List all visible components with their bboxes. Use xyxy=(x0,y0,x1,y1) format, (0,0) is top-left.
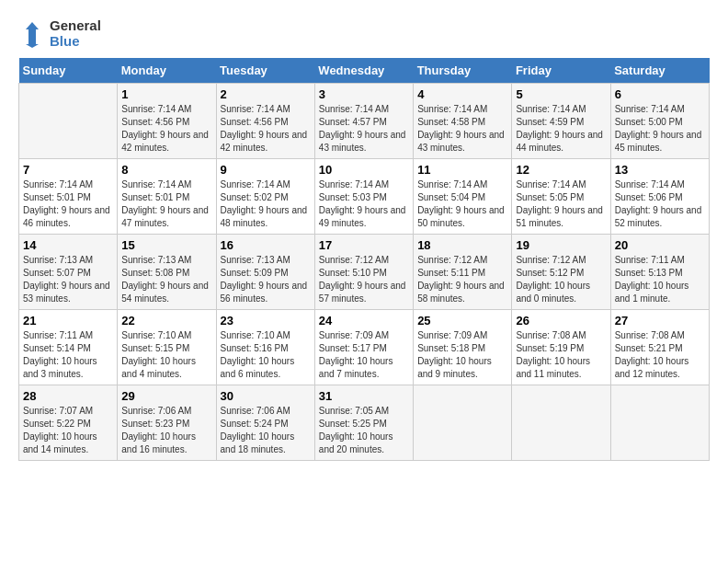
day-cell: 16Sunrise: 7:13 AMSunset: 5:09 PMDayligh… xyxy=(216,235,314,310)
day-number: 9 xyxy=(221,163,311,177)
day-cell: 3Sunrise: 7:14 AMSunset: 4:57 PMDaylight… xyxy=(314,84,413,159)
day-info: Sunrise: 7:12 AMSunset: 5:11 PMDaylight:… xyxy=(417,254,507,305)
day-cell: 24Sunrise: 7:09 AMSunset: 5:17 PMDayligh… xyxy=(314,310,413,385)
day-cell: 26Sunrise: 7:08 AMSunset: 5:19 PMDayligh… xyxy=(512,310,610,385)
day-info: Sunrise: 7:13 AMSunset: 5:09 PMDaylight:… xyxy=(221,254,311,305)
column-header-tuesday: Tuesday xyxy=(216,58,314,84)
week-row-3: 14Sunrise: 7:13 AMSunset: 5:07 PMDayligh… xyxy=(19,235,710,310)
day-number: 7 xyxy=(23,163,113,177)
day-cell: 11Sunrise: 7:14 AMSunset: 5:04 PMDayligh… xyxy=(414,159,512,235)
week-row-4: 21Sunrise: 7:11 AMSunset: 5:14 PMDayligh… xyxy=(19,310,710,385)
day-cell: 9Sunrise: 7:14 AMSunset: 5:02 PMDaylight… xyxy=(216,159,314,235)
day-info: Sunrise: 7:14 AMSunset: 5:06 PMDaylight:… xyxy=(615,178,705,230)
days-header-row: SundayMondayTuesdayWednesdayThursdayFrid… xyxy=(19,58,710,84)
day-number: 31 xyxy=(319,389,409,403)
day-number: 14 xyxy=(23,238,113,252)
day-number: 30 xyxy=(221,389,311,403)
day-cell: 19Sunrise: 7:12 AMSunset: 5:12 PMDayligh… xyxy=(512,235,610,310)
day-info: Sunrise: 7:14 AMSunset: 5:01 PMDaylight:… xyxy=(121,178,211,230)
day-number: 26 xyxy=(516,314,606,327)
column-header-wednesday: Wednesday xyxy=(314,58,413,84)
day-info: Sunrise: 7:14 AMSunset: 4:58 PMDaylight:… xyxy=(417,103,507,155)
day-number: 24 xyxy=(319,314,409,327)
column-header-friday: Friday xyxy=(512,58,610,84)
day-info: Sunrise: 7:14 AMSunset: 5:01 PMDaylight:… xyxy=(23,178,113,230)
day-cell: 15Sunrise: 7:13 AMSunset: 5:08 PMDayligh… xyxy=(118,235,216,310)
day-info: Sunrise: 7:09 AMSunset: 5:18 PMDaylight:… xyxy=(417,329,507,381)
header: General Blue xyxy=(18,18,710,49)
day-cell: 13Sunrise: 7:14 AMSunset: 5:06 PMDayligh… xyxy=(610,159,709,235)
day-info: Sunrise: 7:14 AMSunset: 4:59 PMDaylight:… xyxy=(516,103,606,155)
day-cell: 17Sunrise: 7:12 AMSunset: 5:10 PMDayligh… xyxy=(314,235,413,310)
day-number: 15 xyxy=(121,238,211,252)
day-cell: 6Sunrise: 7:14 AMSunset: 5:00 PMDaylight… xyxy=(610,84,709,159)
day-number: 23 xyxy=(221,314,311,327)
day-number: 13 xyxy=(615,163,705,177)
week-row-1: 1Sunrise: 7:14 AMSunset: 4:56 PMDaylight… xyxy=(19,84,710,159)
day-cell: 22Sunrise: 7:10 AMSunset: 5:15 PMDayligh… xyxy=(118,310,216,385)
day-info: Sunrise: 7:08 AMSunset: 5:19 PMDaylight:… xyxy=(516,329,606,381)
day-info: Sunrise: 7:11 AMSunset: 5:14 PMDaylight:… xyxy=(23,329,113,381)
day-cell: 5Sunrise: 7:14 AMSunset: 4:59 PMDaylight… xyxy=(512,84,610,159)
day-info: Sunrise: 7:13 AMSunset: 5:08 PMDaylight:… xyxy=(121,254,211,305)
day-cell: 21Sunrise: 7:11 AMSunset: 5:14 PMDayligh… xyxy=(19,310,118,385)
logo-flag-icon xyxy=(18,20,46,48)
day-info: Sunrise: 7:10 AMSunset: 5:16 PMDaylight:… xyxy=(221,329,311,381)
day-number: 3 xyxy=(319,87,409,101)
day-number: 20 xyxy=(615,238,705,252)
day-number: 8 xyxy=(121,163,211,177)
day-number: 1 xyxy=(121,87,211,101)
day-info: Sunrise: 7:08 AMSunset: 5:21 PMDaylight:… xyxy=(615,329,705,381)
day-info: Sunrise: 7:14 AMSunset: 5:04 PMDaylight:… xyxy=(417,178,507,230)
day-info: Sunrise: 7:14 AMSunset: 5:05 PMDaylight:… xyxy=(516,178,606,230)
day-info: Sunrise: 7:05 AMSunset: 5:25 PMDaylight:… xyxy=(319,405,409,456)
day-cell xyxy=(19,84,118,159)
day-cell: 30Sunrise: 7:06 AMSunset: 5:24 PMDayligh… xyxy=(216,385,314,461)
logo-general: General xyxy=(50,18,101,34)
day-number: 28 xyxy=(23,389,113,403)
day-cell: 25Sunrise: 7:09 AMSunset: 5:18 PMDayligh… xyxy=(414,310,512,385)
day-info: Sunrise: 7:06 AMSunset: 5:23 PMDaylight:… xyxy=(121,405,211,456)
day-cell xyxy=(414,385,512,461)
day-info: Sunrise: 7:07 AMSunset: 5:22 PMDaylight:… xyxy=(23,405,113,456)
day-info: Sunrise: 7:12 AMSunset: 5:10 PMDaylight:… xyxy=(319,254,409,305)
day-cell: 7Sunrise: 7:14 AMSunset: 5:01 PMDaylight… xyxy=(19,159,118,235)
day-number: 16 xyxy=(221,238,311,252)
day-cell xyxy=(610,385,709,461)
day-number: 5 xyxy=(516,87,606,101)
day-number: 4 xyxy=(417,87,507,101)
day-cell: 2Sunrise: 7:14 AMSunset: 4:56 PMDaylight… xyxy=(216,84,314,159)
column-header-thursday: Thursday xyxy=(414,58,512,84)
day-info: Sunrise: 7:14 AMSunset: 4:57 PMDaylight:… xyxy=(319,103,409,155)
day-cell xyxy=(512,385,610,461)
day-info: Sunrise: 7:14 AMSunset: 5:02 PMDaylight:… xyxy=(221,178,311,230)
day-cell: 23Sunrise: 7:10 AMSunset: 5:16 PMDayligh… xyxy=(216,310,314,385)
day-cell: 18Sunrise: 7:12 AMSunset: 5:11 PMDayligh… xyxy=(414,235,512,310)
day-info: Sunrise: 7:14 AMSunset: 5:03 PMDaylight:… xyxy=(319,178,409,230)
day-cell: 20Sunrise: 7:11 AMSunset: 5:13 PMDayligh… xyxy=(610,235,709,310)
svg-marker-0 xyxy=(26,22,39,48)
day-info: Sunrise: 7:14 AMSunset: 4:56 PMDaylight:… xyxy=(121,103,211,155)
day-cell: 1Sunrise: 7:14 AMSunset: 4:56 PMDaylight… xyxy=(118,84,216,159)
day-number: 21 xyxy=(23,314,113,327)
day-number: 22 xyxy=(121,314,211,327)
day-cell: 10Sunrise: 7:14 AMSunset: 5:03 PMDayligh… xyxy=(314,159,413,235)
day-number: 18 xyxy=(417,238,507,252)
column-header-monday: Monday xyxy=(118,58,216,84)
day-number: 25 xyxy=(417,314,507,327)
day-cell: 14Sunrise: 7:13 AMSunset: 5:07 PMDayligh… xyxy=(19,235,118,310)
day-info: Sunrise: 7:14 AMSunset: 4:56 PMDaylight:… xyxy=(221,103,311,155)
day-cell: 29Sunrise: 7:06 AMSunset: 5:23 PMDayligh… xyxy=(118,385,216,461)
day-info: Sunrise: 7:06 AMSunset: 5:24 PMDaylight:… xyxy=(221,405,311,456)
day-number: 2 xyxy=(221,87,311,101)
column-header-sunday: Sunday xyxy=(19,58,118,84)
day-cell: 4Sunrise: 7:14 AMSunset: 4:58 PMDaylight… xyxy=(414,84,512,159)
day-number: 11 xyxy=(417,163,507,177)
calendar-table: SundayMondayTuesdayWednesdayThursdayFrid… xyxy=(18,58,710,461)
day-info: Sunrise: 7:11 AMSunset: 5:13 PMDaylight:… xyxy=(615,254,705,305)
logo: General Blue xyxy=(18,18,101,49)
day-cell: 27Sunrise: 7:08 AMSunset: 5:21 PMDayligh… xyxy=(610,310,709,385)
day-cell: 8Sunrise: 7:14 AMSunset: 5:01 PMDaylight… xyxy=(118,159,216,235)
day-number: 19 xyxy=(516,238,606,252)
day-number: 10 xyxy=(319,163,409,177)
